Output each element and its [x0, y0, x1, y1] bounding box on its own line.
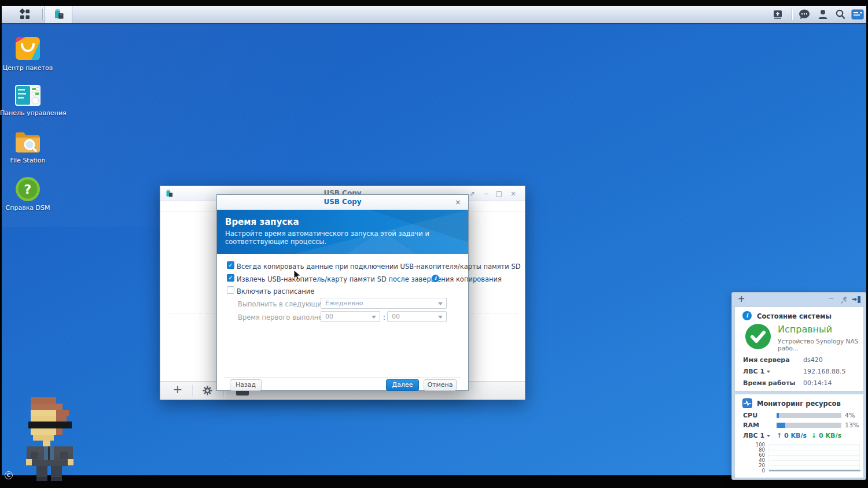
minute-select[interactable]: 00: [387, 311, 447, 322]
main-menu-button[interactable]: [10, 6, 40, 23]
usb-copy-task-button[interactable]: [45, 6, 72, 23]
dock-panel-button[interactable]: [852, 295, 861, 306]
taskbar-divider: [42, 9, 43, 20]
dsm-help-icon: ?: [14, 176, 42, 201]
info-glyph: i: [746, 312, 748, 319]
cancel-button[interactable]: Отмена: [424, 379, 457, 391]
dialog-close-button[interactable]: ×: [455, 198, 461, 207]
window-close-button[interactable]: ×: [510, 189, 516, 198]
days-select-value: Ежедневно: [325, 300, 363, 307]
pin-panel-button[interactable]: [840, 295, 848, 306]
user-button[interactable]: [814, 6, 832, 23]
system-health-widget: i Состояние системы Исправный Устройство…: [734, 306, 864, 391]
usb-copy-icon: [52, 8, 65, 21]
download-value: 0 KB/s: [819, 432, 841, 439]
desktop-icon-label: Справка DSM: [0, 204, 56, 212]
cpu-bar: [777, 413, 841, 418]
days-select[interactable]: Ежедневно: [321, 298, 447, 309]
desktop-icon-file-station[interactable]: File Station: [0, 131, 56, 164]
chevron-down-icon: [372, 316, 376, 319]
ram-bar: [777, 423, 841, 428]
checkbox-eject-after-copy-label: Извлечь USB-накопитель/карту памяти SD п…: [237, 275, 502, 283]
resource-monitor-title: Мониторинг ресурсов: [757, 400, 841, 408]
cancel-button-label: Отмена: [427, 381, 453, 389]
svg-text:?: ?: [24, 182, 32, 197]
copyright-badge: C: [5, 471, 13, 479]
health-status-icon: [745, 323, 771, 350]
minimize-icon: −: [483, 190, 489, 198]
ytick: 0: [750, 468, 765, 474]
usb-copy-dialog: USB Copy × Время запуска Настройте время…: [216, 194, 469, 391]
desktop-icon-label: File Station: [0, 157, 56, 164]
mouse-cursor: [293, 269, 301, 281]
checkbox-enable-schedule[interactable]: [227, 286, 234, 294]
minute-select-value: 00: [392, 313, 400, 320]
hour-select[interactable]: 00: [321, 311, 380, 322]
next-button-label: Далее: [392, 381, 413, 389]
checkbox-enable-schedule-label: Включить расписание: [237, 287, 314, 295]
pixel-character: [24, 397, 75, 481]
system-health-title: Состояние системы: [757, 312, 832, 320]
health-info-icon[interactable]: i: [742, 311, 752, 320]
check-icon: ✓: [228, 275, 233, 281]
lan1-label-text: ЛВС 1: [743, 368, 764, 375]
lan1-label[interactable]: ЛВС 1: [743, 368, 770, 375]
external-device-icon: [772, 9, 784, 20]
window-popout-button[interactable]: ⇗: [469, 189, 475, 198]
cpu-bar-fill: [777, 413, 779, 418]
dialog-titlebar[interactable]: USB Copy ×: [217, 195, 468, 210]
hour-select-value: 00: [325, 313, 333, 320]
back-button-label: Назад: [236, 381, 256, 389]
upload-arrow-icon: ↑: [777, 432, 782, 439]
add-task-button[interactable]: +: [170, 382, 186, 400]
info-glyph: i: [435, 275, 436, 281]
lan-download: ↓ 0 KB/s: [811, 432, 841, 439]
gear-icon: [202, 385, 213, 396]
desktop-icon-control-panel[interactable]: Панель управления: [0, 84, 56, 117]
info-icon[interactable]: i: [432, 275, 439, 282]
plus-icon: +: [738, 294, 745, 304]
checkbox-always-copy[interactable]: ✓: [227, 261, 234, 269]
tray-divider: [792, 9, 792, 20]
collapse-panel-button[interactable]: −: [828, 294, 834, 302]
close-icon: ×: [455, 198, 461, 206]
window-maximize-button[interactable]: □: [496, 189, 502, 198]
cpu-percent-text: 4%: [845, 412, 855, 419]
back-button[interactable]: Назад: [230, 379, 262, 391]
widgets-button[interactable]: [849, 6, 866, 23]
file-station-icon: [14, 131, 42, 154]
settings-button[interactable]: [202, 385, 213, 398]
wizard-header: Время запуска Настройте время автоматиче…: [217, 210, 468, 254]
chevron-down-icon: [767, 435, 770, 437]
download-arrow-icon: ↓: [811, 432, 816, 439]
external-device-button[interactable]: [769, 6, 786, 23]
footer-divider: [224, 377, 461, 378]
plus-icon: +: [173, 382, 183, 396]
chat-bubble-icon: [798, 9, 811, 20]
ram-label: RAM: [743, 422, 759, 429]
cpu-label: CPU: [743, 412, 757, 419]
window-minimize-button[interactable]: −: [483, 189, 489, 198]
desktop-icon-package-center[interactable]: Центр пакетов: [0, 36, 56, 72]
chat-button[interactable]: [796, 6, 813, 23]
widgets-icon: [851, 9, 864, 20]
search-button[interactable]: [832, 6, 849, 23]
uptime-label: Время работы: [743, 379, 795, 387]
uptime-value: 00:14:14: [803, 379, 832, 387]
desktop-icon-label: Панель управления: [0, 109, 56, 117]
next-button[interactable]: Далее: [386, 379, 419, 391]
widgets-panel: + − i Состояние системы Исправны: [731, 292, 866, 480]
lan1-ip-value: 192.168.88.5: [803, 368, 845, 375]
wizard-title: Время запуска: [225, 217, 457, 227]
package-center-icon: [14, 36, 42, 61]
toolbar-divider: [192, 385, 193, 397]
checkbox-always-copy-label: Всегда копировать данные при подключении…: [237, 263, 521, 271]
add-widget-button[interactable]: +: [738, 294, 745, 304]
desktop-icon-label: Центр пакетов: [0, 64, 56, 72]
checkbox-eject-after-copy[interactable]: ✓: [227, 274, 234, 282]
desktop-icon-dsm-help[interactable]: ? Справка DSM: [0, 176, 56, 212]
check-icon: ✓: [228, 262, 233, 268]
chevron-down-icon: [767, 371, 770, 373]
server-name-label: Имя сервера: [743, 356, 790, 364]
lan-monitor-label[interactable]: ЛВС 1: [743, 432, 770, 439]
